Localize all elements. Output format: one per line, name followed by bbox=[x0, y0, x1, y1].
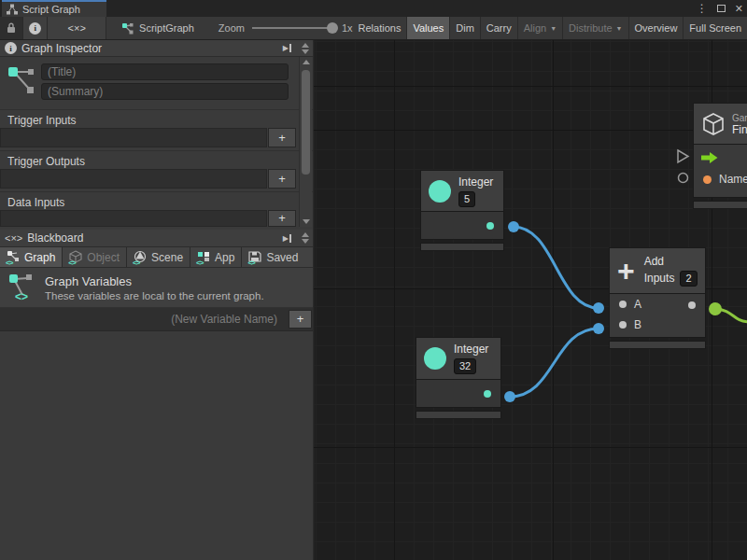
integer-value-field[interactable]: 32 bbox=[454, 358, 476, 374]
summary-field[interactable]: (Summary) bbox=[41, 83, 289, 100]
wire-int32-to-b[interactable] bbox=[510, 329, 599, 397]
add-trigger-output-button[interactable]: + bbox=[268, 169, 296, 189]
trigger-inputs-empty bbox=[0, 128, 267, 147]
scroll-up-icon[interactable] bbox=[303, 60, 310, 64]
panel-dock-button[interactable]: ▶ bbox=[283, 234, 291, 243]
info-icon: i bbox=[5, 42, 17, 54]
graph-inspector-header: i Graph Inspector ▶ bbox=[0, 40, 313, 57]
input-port-a[interactable] bbox=[619, 301, 627, 308]
port-b-label: B bbox=[634, 318, 641, 331]
wire-endpoint[interactable] bbox=[593, 302, 604, 314]
new-variable-input[interactable]: (New Variable Name) bbox=[0, 308, 287, 330]
add-trigger-input-button[interactable]: + bbox=[268, 128, 296, 147]
wire-endpoint[interactable] bbox=[508, 221, 519, 232]
trigger-outputs-empty bbox=[0, 169, 267, 189]
add-variable-button[interactable]: + bbox=[289, 310, 312, 329]
output-port[interactable] bbox=[484, 390, 491, 398]
output-port[interactable] bbox=[486, 222, 494, 230]
blackboard-header: <×> Blackboard ▶ bbox=[0, 230, 313, 247]
panel-scroll-arrows[interactable] bbox=[302, 43, 309, 54]
wire-endpoint[interactable] bbox=[504, 391, 515, 402]
wire-endpoint[interactable] bbox=[593, 323, 604, 334]
blackboard-tabs: <> Graph <> Object <> Scene bbox=[0, 247, 313, 268]
tab-graph[interactable]: <> Graph bbox=[0, 247, 63, 267]
scroll-down-icon[interactable] bbox=[303, 219, 310, 224]
dim-button[interactable]: Dim bbox=[450, 17, 481, 39]
panel-dock-button[interactable]: ▶ bbox=[283, 44, 291, 52]
graph-variables-title: Graph Variables bbox=[45, 274, 264, 288]
distribute-button[interactable]: Distribute ▼ bbox=[563, 17, 628, 39]
tab-title: Script Graph bbox=[22, 4, 80, 15]
name-port-label: Name bbox=[719, 173, 747, 186]
breadcrumb-label: ScriptGraph bbox=[139, 22, 194, 34]
panel-scroll-arrows[interactable] bbox=[302, 232, 309, 244]
window-titlebar: Script Graph ⋮ ✕ bbox=[0, 0, 747, 17]
trigger-arrow-icon[interactable] bbox=[701, 152, 718, 163]
blackboard-icon: <×> bbox=[5, 232, 22, 244]
node-integer-5[interactable]: Integer 5 bbox=[420, 170, 504, 251]
overview-button[interactable]: Overview bbox=[629, 17, 684, 39]
zoom-value: 1x bbox=[342, 22, 353, 34]
blackboard-toggle-button[interactable]: <×> bbox=[48, 17, 106, 39]
node-title: Find bbox=[732, 123, 747, 136]
gameobject-cube-icon bbox=[701, 112, 726, 136]
wire-endpoint[interactable] bbox=[709, 302, 722, 315]
trigger-inputs-list: + bbox=[0, 128, 296, 147]
graph-inspector-title: Graph Inspector bbox=[21, 42, 278, 55]
node-title: Integer bbox=[454, 343, 488, 356]
trigger-port-outline-icon[interactable] bbox=[676, 148, 690, 164]
breadcrumb[interactable]: ScriptGraph bbox=[121, 22, 194, 35]
graph-variables-info: <> Graph Variables These variables are l… bbox=[0, 268, 313, 308]
new-variable-row: (New Variable Name) + bbox=[0, 308, 313, 331]
node-gameobject-find[interactable]: GameObject Find Name bbox=[693, 103, 747, 209]
scrollbar-thumb[interactable] bbox=[302, 70, 310, 175]
values-button[interactable]: Values bbox=[407, 17, 450, 39]
close-icon[interactable]: ✕ bbox=[735, 3, 743, 15]
relations-button[interactable]: Relations bbox=[353, 17, 408, 39]
info-icon: i bbox=[29, 22, 41, 35]
tab-scene[interactable]: <> Scene bbox=[127, 247, 190, 267]
zoom-slider-handle[interactable] bbox=[327, 22, 338, 34]
graph-inspector-icon bbox=[7, 64, 37, 96]
chevron-down-icon: ▼ bbox=[550, 25, 557, 32]
section-data-inputs: Data Inputs bbox=[0, 191, 313, 210]
graph-variables-tab-icon: <> bbox=[7, 250, 21, 264]
align-button[interactable]: Align ▼ bbox=[518, 17, 563, 39]
inputs-count-field[interactable]: 2 bbox=[680, 271, 697, 287]
node-add[interactable]: + Add Inputs 2 A B bbox=[609, 247, 706, 349]
graph-variables-description: These variables are local to the current… bbox=[45, 290, 264, 301]
node-integer-32[interactable]: Integer 32 bbox=[416, 337, 501, 419]
data-inputs-empty bbox=[0, 210, 267, 227]
window-menu-icon[interactable]: ⋮ bbox=[697, 3, 708, 14]
name-input-port[interactable] bbox=[703, 175, 712, 184]
wire-int5-to-a[interactable] bbox=[514, 227, 599, 308]
inspector-toggle-button[interactable]: i bbox=[23, 17, 48, 39]
graph-canvas[interactable]: Integer 5 Integer 32 + Add Inputs bbox=[313, 40, 747, 560]
add-data-input-button[interactable]: + bbox=[268, 210, 296, 227]
port-a-label: A bbox=[634, 298, 641, 311]
cube-icon: <> bbox=[69, 250, 83, 264]
data-port-outline-icon[interactable] bbox=[677, 172, 689, 184]
fullscreen-button[interactable]: Full Screen bbox=[684, 17, 747, 39]
node-title: Integer bbox=[458, 175, 493, 189]
data-inputs-list: + bbox=[0, 210, 296, 227]
input-port-b[interactable] bbox=[619, 321, 627, 329]
svg-text:<>: <> bbox=[15, 290, 28, 302]
tab-object[interactable]: <> Object bbox=[63, 247, 127, 267]
trigger-outputs-list: + bbox=[0, 169, 296, 189]
zoom-slider[interactable] bbox=[252, 27, 334, 29]
lock-button[interactable] bbox=[0, 17, 23, 39]
node-title: Add bbox=[644, 255, 664, 268]
script-graph-icon bbox=[7, 4, 18, 15]
inspector-scrollbar[interactable] bbox=[299, 57, 312, 227]
carry-button[interactable]: Carry bbox=[481, 17, 518, 39]
title-field[interactable]: (Title) bbox=[41, 63, 289, 80]
maximize-icon[interactable] bbox=[717, 5, 726, 12]
tab-script-graph[interactable]: Script Graph bbox=[2, 0, 106, 17]
tab-saved[interactable]: <> Saved bbox=[242, 247, 313, 267]
tab-app[interactable]: <> App bbox=[190, 247, 242, 267]
variables-icon: <×> bbox=[68, 22, 86, 34]
output-port[interactable] bbox=[688, 301, 696, 309]
section-trigger-inputs: Trigger Inputs bbox=[0, 109, 313, 128]
integer-value-field[interactable]: 5 bbox=[458, 191, 475, 207]
